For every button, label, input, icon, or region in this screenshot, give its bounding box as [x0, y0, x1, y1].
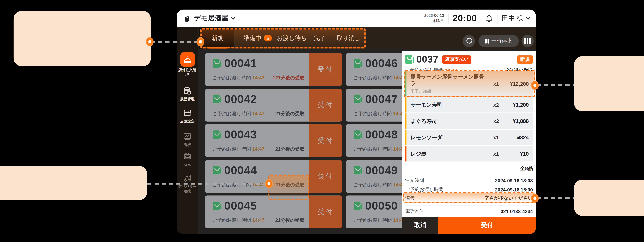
store-logo-icon [183, 15, 191, 22]
detail-row-order-time: 注文時間 2024-09-16 13:03 [405, 177, 533, 184]
order-item-row[interactable]: まぐろ寿司 x2 ¥1,888 [404, 113, 533, 129]
storefront-icon [177, 108, 198, 118]
order-card-00043[interactable]: 00043 ご予約お渡し時間14:47 21分後の受取 受付 [205, 124, 342, 157]
order-number: 00049 [365, 163, 398, 177]
annotation-connector-line [147, 183, 269, 184]
shopping-bag-icon [354, 59, 362, 68]
pickup-countdown: 21分後の受取 [275, 111, 304, 117]
divider [405, 205, 533, 205]
notification-bell-icon[interactable] [486, 14, 493, 23]
signboard-monitor-icon [177, 132, 198, 142]
kds-display-icon [177, 152, 198, 161]
order-number: 00047 [365, 92, 398, 105]
annotation-highlight-remarks [403, 192, 535, 203]
order-number: 00044 [224, 163, 257, 177]
annotation-highlight-countdown [268, 175, 309, 199]
annotation-connector-line [536, 84, 574, 86]
store-switch-chevron-icon[interactable] [231, 17, 236, 20]
order-item-row[interactable]: レモンソーダ x1 ¥324 [404, 130, 533, 145]
pickup-countdown: 21分後の受取 [275, 146, 304, 152]
order-card-00042[interactable]: 00042 ご予約お渡し時間14:47 21分後の受取 受付 [205, 89, 342, 121]
sidebar-item-kds[interactable]: KDS [177, 152, 198, 167]
sidebar-item-signboard[interactable]: 看板 [177, 132, 198, 147]
payment-method-badge: 店頭支払い [442, 55, 472, 64]
delivery-scooter-icon [177, 174, 198, 183]
accept-button[interactable]: 受付 [438, 217, 536, 234]
current-time: 20:00 [452, 13, 477, 24]
app-header: デモ居酒屋 2023-06-13 水曜日 20:00 田中 様 [177, 10, 536, 27]
accept-button[interactable]: 受付 [309, 195, 342, 228]
columns-icon [524, 38, 531, 44]
order-number: 00048 [365, 128, 398, 141]
pickup-countdown: 121分後の受取 [273, 75, 304, 81]
order-number: 00041 [224, 57, 257, 70]
order-item-row[interactable]: サーモン寿司 x2 ¥1,200 [404, 97, 533, 113]
pickup-countdown: 21分後の受取 [275, 217, 304, 223]
sidebar-item-store-settings[interactable]: 店舗設定 [177, 108, 198, 124]
order-number: 00043 [224, 128, 257, 141]
screenshot-stage: デモ居酒屋 2023-06-13 水曜日 20:00 田中 様 [0, 0, 644, 242]
order-item-row[interactable]: レジ袋 x1 ¥10 [404, 146, 533, 162]
refresh-button[interactable] [463, 35, 475, 47]
shopping-bag-icon [213, 130, 222, 139]
shopping-bag-icon [213, 59, 222, 68]
accept-button[interactable]: 受付 [309, 89, 342, 121]
user-name: 田中 様 [502, 14, 523, 23]
annotation-connector-line [151, 41, 200, 42]
shopping-bag-icon [405, 55, 414, 64]
accept-button[interactable]: 受付 [309, 160, 342, 192]
accept-button[interactable]: 受付 [309, 124, 342, 157]
callout-box-remarks [574, 180, 644, 216]
store-name: デモ居酒屋 [194, 14, 228, 23]
pause-icon [485, 39, 489, 43]
order-number: 00050 [365, 199, 398, 212]
sidebar-item-outside-orders[interactable]: 店外注文管理 [177, 52, 198, 77]
detail-order-number: 0037 [416, 54, 438, 65]
annotation-highlight-tabbar [200, 28, 366, 49]
order-number: 00045 [224, 199, 257, 212]
column-layout-button[interactable] [522, 35, 534, 47]
sidebar-item-history[interactable]: 履歴管理 [177, 86, 198, 102]
history-clipboard-icon [177, 86, 198, 96]
shopping-bag-icon [354, 201, 362, 210]
order-card-00041[interactable]: 00041 ご予約お渡し時間14:47 121分後の受取 受付 [205, 53, 342, 86]
item-total-count: 全8品 [520, 165, 533, 172]
order-status-badge: 新規 [517, 55, 533, 64]
user-menu-chevron-icon[interactable] [526, 17, 530, 20]
shopping-bag-icon [354, 166, 362, 174]
order-number: 00042 [224, 92, 257, 105]
shopping-bag-icon [213, 166, 222, 174]
main-area: 新規 準備中 5 お渡し待ち 完了 取り消し [198, 27, 536, 234]
shopping-bag-icon [213, 201, 222, 210]
annotation-highlight-item [404, 70, 535, 97]
shopping-bag-icon [354, 130, 362, 139]
callout-box-sidebar [14, 11, 151, 66]
callout-box-countdown [0, 166, 147, 200]
cloche-icon [180, 52, 194, 67]
cancel-button[interactable]: 取消 [402, 217, 438, 234]
shopping-bag-icon [354, 95, 362, 103]
order-number: 00046 [365, 57, 398, 70]
detail-row-phone: 電話番号 021-0133-4234 [405, 208, 533, 215]
annotation-connector-line [536, 197, 574, 199]
callout-box-item [574, 56, 644, 111]
shopping-bag-icon [213, 95, 222, 103]
current-date: 2023-06-13 水曜日 [424, 14, 444, 24]
pause-button[interactable]: 一時停止 [478, 35, 519, 47]
sidebar: 店外注文管理 履歴管理 店舗設定 看板 [177, 27, 198, 234]
detail-row-reserve-time: ご予約お渡し時間 2024-09-16 15:00 [405, 186, 533, 193]
accept-button[interactable]: 受付 [309, 53, 342, 86]
order-card-00045[interactable]: 00045 ご予約お渡し時間14:47 21分後の受取 受付 [205, 195, 342, 228]
